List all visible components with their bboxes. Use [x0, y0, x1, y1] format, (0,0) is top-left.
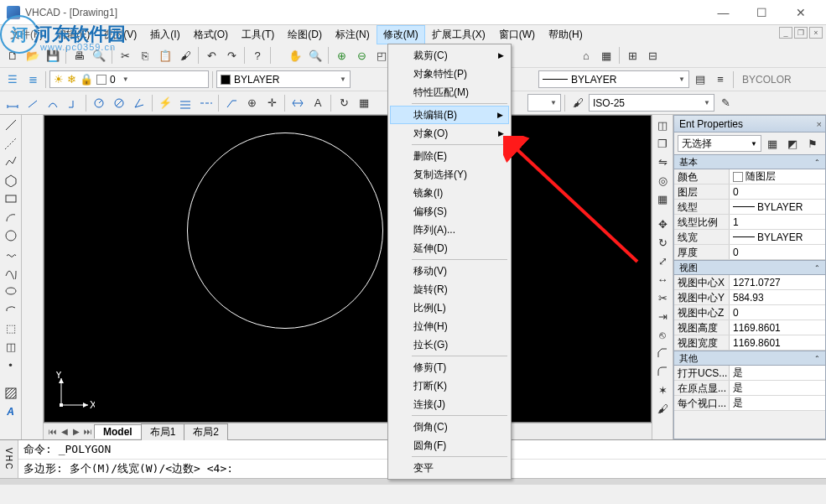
zoom-in-icon[interactable]: ⊕: [332, 46, 351, 65]
dim-diameter-icon[interactable]: [110, 94, 128, 112]
text-icon[interactable]: A: [2, 403, 20, 420]
menu-item[interactable]: 拉伸(H): [390, 317, 509, 335]
window-tile-v-icon[interactable]: ⊟: [643, 46, 662, 65]
prop-row[interactable]: 视图宽度1169.8601: [674, 335, 825, 351]
tab-first[interactable]: ⏮: [47, 427, 59, 436]
help-icon[interactable]: ?: [248, 46, 267, 65]
point-icon[interactable]: •: [2, 356, 20, 373]
paste-icon[interactable]: 📋: [156, 46, 174, 65]
layer-combo[interactable]: ☀ ❄ 🔒 0 ▼: [49, 70, 209, 88]
polygon-icon[interactable]: [2, 172, 20, 189]
tab-next[interactable]: ▶: [70, 427, 82, 436]
menu-item[interactable]: 修剪(T): [390, 358, 509, 377]
maximize-button[interactable]: ☐: [743, 1, 781, 24]
layout-tab[interactable]: 布局1: [141, 423, 185, 440]
new-icon[interactable]: 🗋: [3, 46, 22, 65]
menu-item[interactable]: 删除(E): [390, 147, 509, 165]
dim-arc-icon[interactable]: [44, 94, 62, 112]
chamfer-icon[interactable]: [653, 345, 672, 361]
prop-row[interactable]: 打开UCS...是: [674, 366, 825, 381]
leader-icon[interactable]: [222, 94, 241, 112]
menu-工具[interactable]: 工具(T): [235, 25, 281, 44]
drawing-canvas[interactable]: Y X: [44, 115, 652, 423]
stretch-icon[interactable]: ↔: [653, 271, 672, 288]
array-icon[interactable]: ▦: [653, 190, 672, 207]
lineweight-icon[interactable]: ≡: [711, 70, 730, 89]
menu-item[interactable]: 旋转(R): [390, 280, 509, 299]
rotate-icon[interactable]: ↻: [653, 234, 672, 251]
dim-baseline-icon[interactable]: [176, 94, 195, 112]
layout-tab[interactable]: Model: [94, 424, 142, 439]
properties-close-icon[interactable]: ×: [817, 119, 822, 129]
tab-prev[interactable]: ◀: [59, 427, 70, 436]
menu-item[interactable]: 拉长(G): [390, 335, 509, 354]
menu-item[interactable]: 连接(J): [390, 395, 509, 413]
paint-icon[interactable]: 🖌: [653, 400, 672, 417]
prop-row[interactable]: 图层0: [674, 184, 825, 200]
copy-icon[interactable]: ⎘: [136, 46, 154, 65]
menu-item[interactable]: 偏移(S): [390, 202, 509, 221]
dim-layer-combo[interactable]: ▼: [527, 94, 561, 112]
break-icon[interactable]: ⎋: [653, 326, 672, 343]
redo-icon[interactable]: ↷: [222, 46, 241, 65]
dimstyle-update-icon[interactable]: ↻: [335, 94, 353, 112]
prop-row[interactable]: 线型BYLAYER: [674, 200, 825, 215]
mdi-restore[interactable]: ❐: [794, 27, 808, 39]
prop-row[interactable]: 视图中心Z0: [674, 305, 825, 320]
menu-item[interactable]: 特性匹配(M): [390, 83, 509, 101]
mdi-minimize[interactable]: _: [779, 27, 792, 39]
make-block-icon[interactable]: ◫: [2, 338, 20, 355]
mdi-close[interactable]: ×: [809, 27, 823, 39]
prop-row[interactable]: 厚度0: [674, 245, 825, 260]
undo-icon[interactable]: ↶: [202, 46, 221, 65]
menu-item[interactable]: 对象特性(P): [390, 65, 509, 83]
open-icon[interactable]: 📂: [23, 46, 42, 65]
arc-icon[interactable]: [2, 209, 20, 226]
ellipse-icon[interactable]: [2, 283, 20, 299]
cut-icon[interactable]: ✂: [116, 46, 134, 65]
menu-item[interactable]: 延伸(D): [390, 239, 509, 257]
menu-item[interactable]: 阵列(A)...: [390, 221, 509, 239]
prop-row[interactable]: 视图中心Y584.93: [674, 290, 825, 305]
extend-icon[interactable]: ⇥: [653, 308, 672, 325]
tool-palette-icon[interactable]: ▦: [597, 46, 616, 65]
move-icon[interactable]: ✥: [653, 216, 672, 232]
menu-窗口[interactable]: 窗口(W): [492, 25, 542, 44]
erase-icon[interactable]: ◫: [653, 117, 672, 133]
tolerance-icon[interactable]: ⊕: [242, 94, 261, 112]
menu-item[interactable]: 镜象(I): [390, 184, 509, 202]
hatch-icon[interactable]: [2, 385, 20, 402]
dim-angular-icon[interactable]: [130, 94, 148, 112]
offset-icon[interactable]: ◎: [653, 172, 672, 189]
menu-帮助[interactable]: 帮助(H): [542, 25, 590, 44]
dim-aligned-icon[interactable]: [23, 94, 42, 112]
menu-插入[interactable]: 插入(I): [143, 25, 186, 44]
menu-item[interactable]: 块编辑(B)▶: [390, 106, 509, 124]
dimstyle-mgr-icon[interactable]: ✎: [716, 94, 735, 112]
prop-row[interactable]: 视图高度1169.8601: [674, 320, 825, 335]
dim-ordinate-icon[interactable]: [64, 94, 82, 112]
dim-radius-icon[interactable]: [90, 94, 108, 112]
layer-states-icon[interactable]: ≣: [23, 70, 42, 89]
zoom-realtime-icon[interactable]: 🔍: [306, 46, 325, 65]
tab-last[interactable]: ⏭: [82, 427, 94, 436]
linetype-mgr-icon[interactable]: ▤: [691, 70, 709, 89]
prop-row[interactable]: 颜色随图层: [674, 169, 825, 184]
prop-row[interactable]: 线宽BYLAYER: [674, 230, 825, 245]
menu-item[interactable]: 移动(V): [390, 262, 509, 280]
prop-section-header[interactable]: 基本⌃: [674, 154, 825, 169]
pan-icon[interactable]: ✋: [286, 46, 304, 65]
menu-item[interactable]: 比例(L): [390, 299, 509, 317]
dimstyle-brush-icon[interactable]: 🖌: [569, 94, 587, 112]
dimedit-icon[interactable]: [288, 94, 307, 112]
centermark-icon[interactable]: ✛: [262, 94, 281, 112]
window-tile-h-icon[interactable]: ⊞: [623, 46, 642, 65]
prop-row[interactable]: 视图中心X1271.0727: [674, 275, 825, 290]
menu-绘图[interactable]: 绘图(D): [281, 25, 329, 44]
menu-item[interactable]: 圆角(F): [390, 436, 509, 455]
menu-item[interactable]: 打断(K): [390, 377, 509, 395]
prop-row[interactable]: 线型比例1: [674, 215, 825, 230]
select-objects-icon[interactable]: ◩: [783, 134, 802, 153]
properties-title[interactable]: Ent Properties ×: [674, 116, 825, 132]
menu-item[interactable]: 倒角(C): [390, 418, 509, 436]
